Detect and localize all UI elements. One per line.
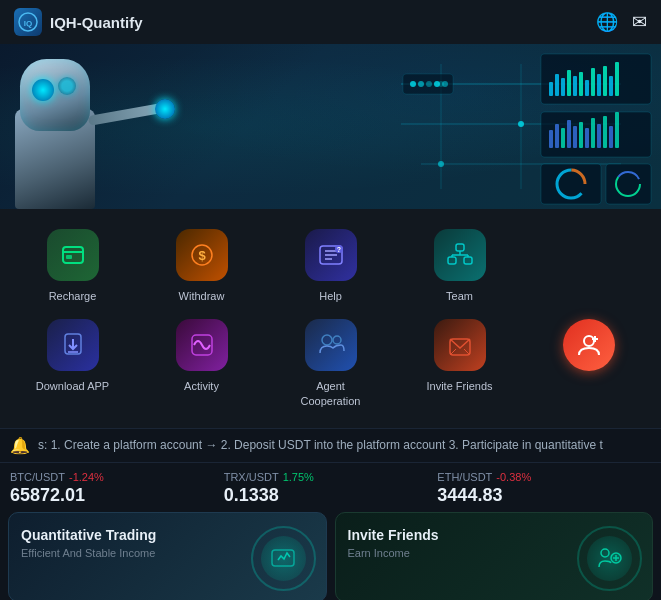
recharge-icon [47,229,99,281]
help-label: Help [319,289,342,303]
action-download[interactable]: Download APP [8,315,137,420]
app-logo: IQ [14,8,42,36]
svg-line-73 [450,349,456,355]
globe-icon[interactable]: 🌐 [596,11,618,33]
svg-rect-59 [456,244,464,251]
price-item-trx: TRX/USDT 1.75% 0.1338 [224,471,438,506]
btc-pair: BTC/USDT [10,471,65,483]
mail-icon[interactable]: ✉ [632,11,647,33]
header-left: IQ IQH-Quantify [14,8,143,36]
svg-point-46 [434,81,440,87]
price-ticker: BTC/USDT -1.24% 65872.01 TRX/USDT 1.75% … [0,463,661,512]
svg-point-43 [410,81,416,87]
action-agent[interactable]: Agent Cooperation [266,315,395,420]
trx-change: 1.75% [283,471,314,483]
card-quant-circle [251,526,316,591]
svg-rect-15 [573,76,577,96]
svg-rect-28 [573,126,577,148]
svg-point-47 [442,81,448,87]
download-label: Download APP [36,379,109,393]
action-help[interactable]: ? Help [266,225,395,315]
team-icon [434,229,486,281]
svg-point-9 [438,161,444,167]
app-title: IQH-Quantify [50,14,143,31]
svg-point-70 [322,335,332,345]
svg-rect-30 [585,128,589,148]
recharge-label: Recharge [49,289,97,303]
card-quantitative[interactable]: Quantitative Trading Efficient And Stabl… [8,512,327,600]
withdraw-icon: $ [176,229,228,281]
invite-icon [434,319,486,371]
price-item-eth: ETH/USDT -0.38% 3444.83 [437,471,651,506]
card-invite-subtitle: Earn Income [348,547,439,559]
action-placeholder-1 [524,225,653,315]
svg-rect-32 [597,124,601,148]
action-team[interactable]: Team [395,225,524,315]
trx-pair: TRX/USDT [224,471,279,483]
team-label: Team [446,289,473,303]
trx-value: 0.1338 [224,485,438,506]
svg-rect-12 [555,74,559,96]
svg-rect-20 [603,66,607,96]
svg-point-75 [584,336,594,346]
svg-rect-11 [549,82,553,96]
svg-rect-34 [609,126,613,148]
card-invite-circle [577,526,642,591]
action-activity[interactable]: Activity [137,315,266,420]
svg-rect-21 [609,76,613,96]
card-invite-text: Invite Friends Earn Income [336,513,451,600]
svg-rect-60 [448,257,456,264]
app-header: IQ IQH-Quantify 🌐 ✉ [0,0,661,44]
card-quant-subtitle: Efficient And Stable Income [21,547,156,559]
invite-float-button[interactable] [563,319,615,371]
agent-label: Agent Cooperation [296,379,366,408]
card-invite-icon [587,536,632,581]
svg-rect-16 [579,72,583,96]
notice-bar: 🔔 s: 1. Create a platform account → 2. D… [0,428,661,463]
svg-rect-33 [603,116,607,148]
svg-text:$: $ [198,248,206,263]
card-invite-friends[interactable]: Invite Friends Earn Income [335,512,654,600]
activity-icon [176,319,228,371]
svg-rect-35 [615,112,619,148]
svg-rect-29 [579,122,583,148]
svg-rect-22 [615,62,619,96]
eth-change: -0.38% [496,471,531,483]
action-placeholder-2 [524,315,653,420]
action-recharge[interactable]: Recharge [8,225,137,315]
svg-text:IQ: IQ [24,19,32,28]
header-icons: 🌐 ✉ [596,11,647,33]
svg-text:?: ? [336,246,340,253]
svg-rect-24 [549,130,553,148]
eth-value: 3444.83 [437,485,651,506]
svg-rect-31 [591,118,595,148]
eth-pair: ETH/USDT [437,471,492,483]
svg-rect-14 [567,70,571,96]
price-item-btc: BTC/USDT -1.24% 65872.01 [10,471,224,506]
svg-rect-18 [591,68,595,96]
svg-point-45 [426,81,432,87]
svg-rect-48 [63,247,83,263]
card-quant-text: Quantitative Trading Efficient And Stabl… [9,513,168,600]
circuit-overlay [241,44,661,209]
action-invite[interactable]: Invite Friends [395,315,524,420]
btc-change: -1.24% [69,471,104,483]
svg-line-74 [464,349,470,355]
download-icon [47,319,99,371]
svg-rect-17 [585,80,589,96]
svg-rect-27 [567,120,571,148]
svg-point-71 [333,336,341,344]
svg-point-44 [418,81,424,87]
actions-grid: Recharge $ Withdraw ? Help [0,209,661,428]
svg-rect-39 [606,164,651,204]
action-withdraw[interactable]: $ Withdraw [137,225,266,315]
svg-point-8 [518,121,524,127]
robot-figure [0,49,200,209]
withdraw-label: Withdraw [179,289,225,303]
svg-rect-26 [561,128,565,148]
hero-banner [0,44,661,209]
card-quant-title: Quantitative Trading [21,527,156,543]
svg-rect-61 [464,257,472,264]
svg-rect-25 [555,124,559,148]
invite-label: Invite Friends [426,379,492,393]
